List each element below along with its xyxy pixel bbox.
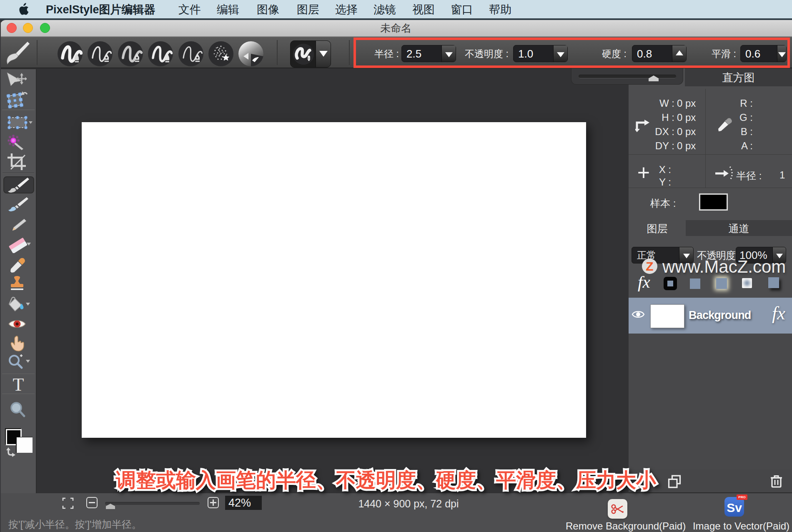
- svg-text:调整或输入画笔的半径、不透明度、硬度、平滑度、压力大小: 调整或输入画笔的半径、不透明度、硬度、平滑度、压力大小: [115, 469, 657, 491]
